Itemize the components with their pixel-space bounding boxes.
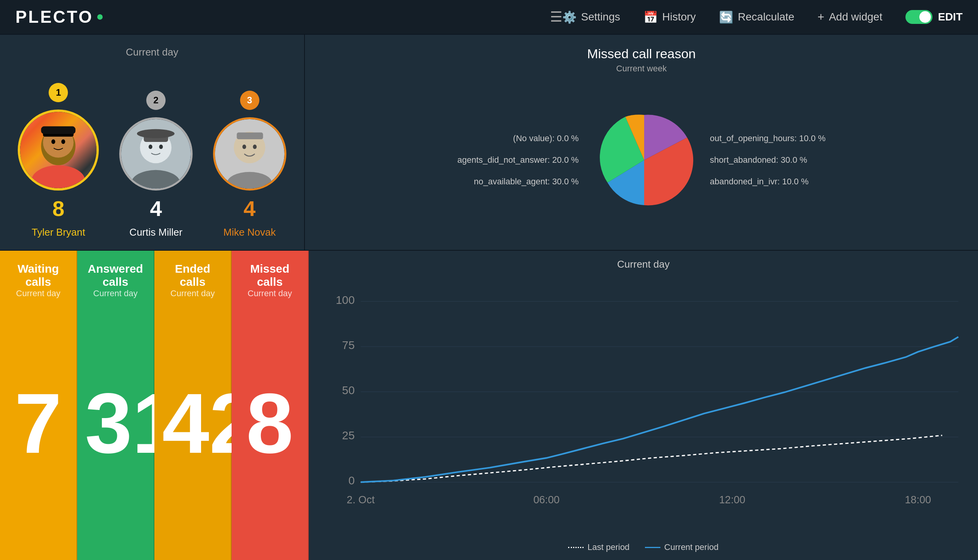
svg-text:06:00: 06:00 <box>533 494 560 506</box>
leaderboard-widget: Current day 1 <box>0 35 305 251</box>
svg-text:100: 100 <box>336 293 355 306</box>
logo-icon <box>97 14 103 20</box>
avatar-curtis <box>121 119 191 189</box>
svg-text:50: 50 <box>342 384 355 396</box>
svg-point-18 <box>253 144 257 149</box>
pie-label-no-agent: no_available_agent: 30.0 % <box>474 177 579 187</box>
missed-calls-value: 8 <box>246 381 293 466</box>
pie-chart-svg-container <box>594 110 694 210</box>
svg-point-13 <box>137 129 174 138</box>
avatar-tyler-img <box>20 112 96 188</box>
add-widget-label: Add widget <box>829 11 883 23</box>
legend-current-period-label: Current period <box>664 542 719 552</box>
answered-calls-period: Current day <box>85 288 146 299</box>
nav-items: ⚙️ Settings 📅 History 🔄 Recalculate + Ad… <box>562 10 963 24</box>
top-row: Current day 1 <box>0 35 978 251</box>
missed-calls-period: Current day <box>239 288 300 299</box>
svg-point-17 <box>242 144 246 149</box>
settings-icon: ⚙️ <box>562 10 577 24</box>
pie-chart-title: Missed call reason <box>320 46 963 61</box>
pie-chart-subtitle: Current week <box>320 64 963 74</box>
svg-point-1 <box>32 165 85 188</box>
avatar-ring-2 <box>119 117 193 191</box>
history-nav-item[interactable]: 📅 History <box>643 10 696 24</box>
avatar-tyler <box>20 112 96 188</box>
pie-chart-content: (No value): 0.0 % agents_did_not_answer:… <box>320 81 963 238</box>
legend-dotted-icon <box>568 547 584 548</box>
settings-nav-item[interactable]: ⚙️ Settings <box>562 10 620 24</box>
last-period-line <box>361 435 942 482</box>
svg-text:25: 25 <box>342 429 355 442</box>
pie-label-agents: agents_did_not_answer: 20.0 % <box>457 155 579 165</box>
waiting-calls-period: Current day <box>8 288 69 299</box>
avatar-ring-3 <box>213 117 286 191</box>
history-icon: 📅 <box>643 10 658 24</box>
answered-calls-label: Answered calls <box>85 262 146 288</box>
leaderboard-agents: 1 <box>8 70 296 238</box>
recalculate-nav-item[interactable]: 🔄 Recalculate <box>719 10 794 24</box>
legend-current-period: Current period <box>645 542 719 552</box>
line-chart-widget: Current day 100 75 50 25 0 2. Oct <box>309 251 978 560</box>
logo-text: PLECTO <box>15 7 93 27</box>
edit-toggle[interactable]: EDIT <box>905 10 963 24</box>
ended-calls-period: Current day <box>162 288 223 299</box>
waiting-calls-card: Waiting calls Current day 7 <box>0 251 77 560</box>
agent-name-2: Curtis Miller <box>129 226 182 238</box>
answered-calls-card: Answered calls Current day 31 <box>77 251 154 560</box>
agent-score-3: 4 <box>244 196 255 221</box>
chart-title: Current day <box>320 258 966 270</box>
agent-score-2: 4 <box>150 196 162 221</box>
missed-calls-title: Missed calls Current day <box>239 262 300 299</box>
recalculate-icon: 🔄 <box>719 10 733 24</box>
waiting-calls-label: Waiting calls <box>8 262 69 288</box>
header: PLECTO ☰ ⚙️ Settings 📅 History 🔄 Recalcu… <box>0 0 978 35</box>
add-widget-nav-item[interactable]: + Add widget <box>817 10 882 24</box>
rank-badge-2: 2 <box>146 91 166 110</box>
pie-labels-left: (No value): 0.0 % agents_did_not_answer:… <box>457 133 579 187</box>
settings-label: Settings <box>581 11 620 23</box>
chart-area: 100 75 50 25 0 2. Oct 06:00 12:00 18:00 <box>320 274 966 538</box>
avatar-curtis-img <box>121 119 191 189</box>
legend-last-period-label: Last period <box>587 542 629 552</box>
svg-text:75: 75 <box>342 339 355 351</box>
svg-text:18:00: 18:00 <box>905 494 931 506</box>
svg-point-10 <box>149 144 152 149</box>
agent-name-3: Mike Novak <box>223 226 276 238</box>
svg-text:0: 0 <box>349 474 355 487</box>
svg-text:2. Oct: 2. Oct <box>347 494 375 506</box>
svg-rect-19 <box>237 132 263 139</box>
toggle-switch[interactable] <box>905 10 932 24</box>
chart-legend: Last period Current period <box>320 542 966 552</box>
avatar-mike <box>215 119 284 189</box>
waiting-calls-value: 7 <box>15 381 62 466</box>
agent-1: 1 <box>18 83 99 238</box>
line-chart-svg: 100 75 50 25 0 2. Oct 06:00 12:00 18:00 <box>320 274 966 538</box>
recalculate-label: Recalculate <box>738 11 794 23</box>
missed-calls-label: Missed calls <box>239 262 300 288</box>
rank-badge-1: 1 <box>49 83 68 102</box>
logo: PLECTO <box>15 7 103 27</box>
pie-label-short: short_abandoned: 30.0 % <box>710 155 807 165</box>
svg-rect-6 <box>41 127 76 134</box>
missed-calls-card: Missed calls Current day 8 <box>232 251 309 560</box>
agent-score-1: 8 <box>52 196 64 221</box>
avatar-ring-1 <box>18 110 99 191</box>
svg-point-11 <box>159 144 163 149</box>
rank-badge-3: 3 <box>240 91 259 110</box>
agent-name-1: Tyler Bryant <box>32 226 85 238</box>
waiting-calls-title: Waiting calls Current day <box>8 262 69 299</box>
pie-label-no-value: (No value): 0.0 % <box>513 133 579 143</box>
legend-solid-icon <box>645 547 660 548</box>
leaderboard-title: Current day <box>126 46 178 58</box>
add-icon: + <box>817 10 824 24</box>
answered-calls-title: Answered calls Current day <box>85 262 146 299</box>
agent-3: 3 <box>213 91 286 238</box>
bottom-row: Waiting calls Current day 7 Answered cal… <box>0 251 978 560</box>
edit-label: EDIT <box>938 11 963 23</box>
main-content: Current day 1 <box>0 35 978 560</box>
hamburger-menu[interactable]: ☰ <box>550 9 562 25</box>
svg-point-4 <box>61 139 65 144</box>
agent-2: 2 <box>119 91 193 238</box>
ended-calls-title: Ended calls Current day <box>162 262 223 299</box>
svg-text:12:00: 12:00 <box>719 494 745 506</box>
